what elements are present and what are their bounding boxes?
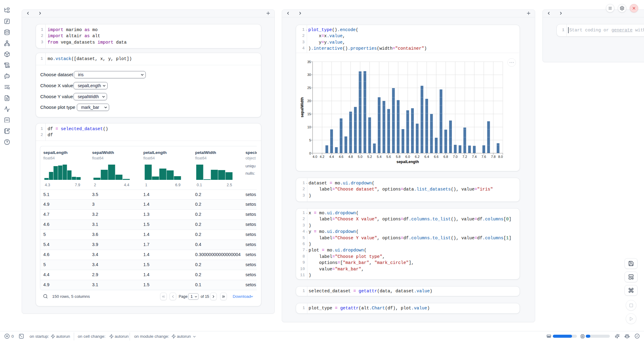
svg-text:6.2: 6.2 (415, 155, 420, 159)
svg-text:5.4: 5.4 (377, 155, 381, 159)
svg-text:6.0: 6.0 (405, 155, 410, 159)
svg-text:7.8: 7.8 (491, 155, 496, 159)
svg-text:5.8: 5.8 (396, 155, 400, 159)
svg-text:15: 15 (307, 112, 311, 116)
svg-text:5.6: 5.6 (386, 155, 391, 159)
svg-text:30: 30 (307, 73, 311, 77)
svg-text:10: 10 (307, 125, 311, 129)
svg-text:4.2: 4.2 (320, 155, 324, 159)
svg-text:7.6: 7.6 (481, 155, 486, 159)
svg-text:5.2: 5.2 (367, 155, 372, 159)
svg-text:4.8: 4.8 (348, 155, 353, 159)
svg-text:sepalWidth: sepalWidth (300, 97, 304, 118)
svg-text:6.6: 6.6 (434, 155, 438, 159)
svg-text:4.0: 4.0 (313, 155, 317, 159)
svg-text:25: 25 (307, 86, 311, 90)
svg-text:4.4: 4.4 (329, 155, 334, 159)
svg-text:6.4: 6.4 (424, 155, 429, 159)
svg-text:20: 20 (307, 99, 311, 103)
svg-text:4.6: 4.6 (339, 155, 343, 159)
svg-text:35: 35 (307, 60, 311, 64)
svg-text:8.0: 8.0 (498, 155, 503, 159)
svg-text:5.0: 5.0 (358, 155, 362, 159)
svg-text:0: 0 (309, 151, 311, 155)
svg-text:7.2: 7.2 (463, 155, 467, 159)
svg-text:6.8: 6.8 (443, 155, 448, 159)
svg-text:7.0: 7.0 (453, 155, 457, 159)
svg-text:7.4: 7.4 (472, 155, 477, 159)
svg-text:5: 5 (309, 138, 311, 142)
svg-text:sepalLength: sepalLength (396, 160, 419, 164)
